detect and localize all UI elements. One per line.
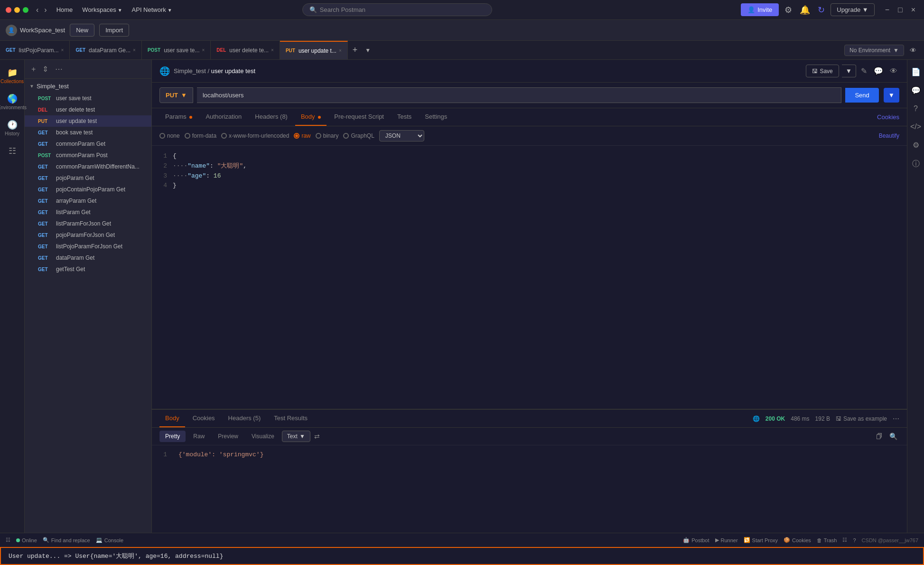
tab-tests[interactable]: Tests [392,108,417,126]
tab-close-icon[interactable]: × [339,48,342,53]
right-sidebar-code-btn[interactable]: </> [908,119,923,135]
add-collection-btn[interactable]: + [29,64,37,75]
cookies-status-btn[interactable]: 🍪 Cookies [784,537,811,543]
close-window-btn[interactable] [6,7,11,13]
endpoint-data-param[interactable]: GET dataParam Get [25,252,151,264]
copy-response-btn[interactable]: 🗍 [874,431,885,442]
right-sidebar-help-btn[interactable]: ? [912,101,920,117]
comment-icon-btn[interactable]: 💬 [872,65,885,77]
tab-listpojoparam[interactable]: GET listPojoParam... × [0,41,70,59]
radio-form-data[interactable]: form-data [185,132,216,139]
tab-usersave[interactable]: POST user save te... × [142,41,211,59]
tab-settings[interactable]: Settings [419,108,453,126]
method-selector[interactable]: PUT ▼ [159,87,193,103]
resp-tab-headers[interactable]: Headers (5) [223,410,267,427]
url-input[interactable] [197,87,842,103]
os-restore-btn[interactable]: □ [895,5,905,15]
tab-prerequest[interactable]: Pre-request Script [328,108,390,126]
tab-userdelete[interactable]: DEL user delete te... × [211,41,280,59]
tab-userupdate[interactable]: PUT user update t... × [280,41,348,59]
info-icon-btn[interactable]: 👁 [888,65,899,77]
resp-view-preview[interactable]: Preview [212,431,244,442]
beautify-button[interactable]: Beautify [879,132,899,139]
right-sidebar-info-btn[interactable]: ⓘ [910,155,922,173]
find-replace-btn[interactable]: 🔍 Find and replace [43,537,90,543]
right-sidebar-plugins-btn[interactable]: ⚙ [911,137,921,153]
sidebar-environments-btn[interactable]: 🌎 Environments [1,90,24,114]
runner-btn[interactable]: ▶ Runner [715,537,738,543]
edit-icon-btn[interactable]: ✎ [859,65,869,77]
tab-body[interactable]: Body [295,108,327,126]
tab-close-icon[interactable]: × [271,47,274,53]
tab-close-icon[interactable]: × [202,47,205,53]
endpoint-list-pojo-param-json[interactable]: GET listPojoParamForJson Get [25,241,151,252]
endpoint-user-save[interactable]: POST user save test [25,93,151,104]
request-body-editor[interactable]: 1 { 2 ····"name": "大聪明", 3 ····"age": 16… [152,146,907,409]
resp-view-pretty[interactable]: Pretty [159,431,186,442]
send-button[interactable]: Send [845,88,878,103]
radio-graphql[interactable]: GraphQL [343,132,374,139]
minimize-window-btn[interactable] [14,7,20,13]
import-button[interactable]: Import [99,24,129,37]
new-button[interactable]: New [70,24,94,37]
endpoint-common-param-post[interactable]: POST commonParam Post [25,150,151,161]
json-format-select[interactable]: JSON Text JavaScript HTML XML [379,130,424,141]
resp-view-raw[interactable]: Raw [187,431,210,442]
settings-icon-btn[interactable]: ⚙ [783,3,794,17]
right-sidebar-comment-btn[interactable]: 💬 [909,82,923,99]
notifications-icon-btn[interactable]: 🔔 [798,3,812,17]
endpoint-get-test[interactable]: GET getTest Get [25,264,151,275]
radio-binary[interactable]: binary [316,132,339,139]
endpoint-user-delete[interactable]: DEL user delete test [25,104,151,115]
start-proxy-btn[interactable]: 🔁 Start Proxy [744,537,778,543]
postbot-btn[interactable]: 🤖 Postbot [683,537,709,543]
tab-params[interactable]: Params [159,108,198,126]
workspaces-link[interactable]: Workspaces▼ [78,4,126,15]
save-example-button[interactable]: 🖫 Save as example [836,415,887,422]
help-btn[interactable]: ? [853,537,856,543]
send-dropdown-btn[interactable]: ▼ [884,88,899,103]
tabs-dropdown-btn[interactable]: ▼ [362,47,373,54]
invite-button[interactable]: 👤 Invite [741,3,779,16]
tab-dataparam[interactable]: GET dataParam Ge... × [70,41,141,59]
endpoint-common-param-get[interactable]: GET commonParam Get [25,138,151,150]
resp-format-selector[interactable]: Text ▼ [282,431,310,442]
os-minimize-btn[interactable]: − [882,5,892,15]
endpoint-array-param[interactable]: GET arrayParam Get [25,195,151,207]
endpoint-list-param[interactable]: GET listParam Get [25,207,151,218]
resp-tab-body[interactable]: Body [159,410,185,427]
trash-btn[interactable]: 🗑 Trash [817,537,837,543]
sidebar-more-btn[interactable]: ☷ [1,142,24,160]
resp-tab-test-results[interactable]: Test Results [268,410,313,427]
cookies-link[interactable]: Cookies [877,113,899,121]
collection-name-row[interactable]: ▼ Simple_test [25,80,151,93]
layout-toggle-btn[interactable]: ☷ [6,537,10,543]
endpoint-common-param-diff[interactable]: GET commonParamWithDifferentNa... [25,161,151,172]
wrap-lines-btn[interactable]: ⇄ [312,431,322,442]
tab-close-icon[interactable]: × [61,47,64,53]
more-options-btn[interactable]: ⋯ [53,64,65,75]
save-button[interactable]: 🖫 Save [806,65,839,77]
response-more-btn[interactable]: ⋯ [893,415,899,423]
grid-view-btn[interactable]: ☷ [842,537,847,543]
api-network-link[interactable]: API Network▼ [128,4,176,15]
endpoint-pojo-contain-pojo[interactable]: GET pojoContainPojoParam Get [25,184,151,195]
search-response-btn[interactable]: 🔍 [887,431,899,442]
sync-icon-btn[interactable]: ↻ [816,3,827,17]
forward-btn[interactable]: › [42,5,48,15]
sidebar-history-btn[interactable]: 🕐 History [1,116,24,140]
radio-urlencoded[interactable]: x-www-form-urlencoded [221,132,289,139]
environment-selector[interactable]: No Environment ▼ [844,45,904,56]
save-dropdown-btn[interactable]: ▼ [842,65,856,77]
endpoint-book-save[interactable]: GET book save test [25,127,151,138]
upgrade-button[interactable]: Upgrade ▼ [831,3,874,16]
console-btn[interactable]: 💻 Console [96,537,123,543]
endpoint-list-param-json[interactable]: GET listParamForJson Get [25,218,151,229]
back-btn[interactable]: ‹ [34,5,40,15]
new-tab-button[interactable]: + [348,45,363,55]
resp-tab-cookies[interactable]: Cookies [187,410,221,427]
tab-authorization[interactable]: Authorization [200,108,247,126]
radio-raw[interactable]: raw [294,132,310,139]
home-link[interactable]: Home [53,4,77,15]
endpoint-pojo-param[interactable]: GET pojoParam Get [25,172,151,184]
